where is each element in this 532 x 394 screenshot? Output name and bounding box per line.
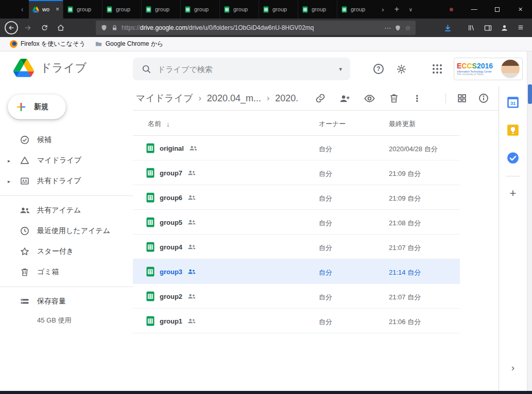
account-button[interactable] [496, 20, 512, 36]
apps-grid-icon [433, 64, 442, 74]
share-add-person-icon[interactable] [339, 93, 351, 104]
file-row[interactable]: original 自分 2020/04/28 自分 [133, 136, 460, 160]
shared-people-icon [187, 293, 196, 299]
settings-button[interactable] [390, 58, 413, 80]
account-badge[interactable]: ECCS2016 Information Technology Center T… [454, 58, 523, 80]
avatar[interactable] [501, 60, 520, 78]
preview-eye-icon[interactable] [364, 93, 375, 104]
bookmark-firefox[interactable]: Firefox を使いこなそう [5, 39, 90, 50]
search-icon[interactable] [141, 64, 151, 74]
folder-icon [95, 40, 102, 48]
add-addon-plus-icon[interactable]: + [510, 188, 517, 199]
tab-overflow-icon[interactable]: › [376, 0, 390, 19]
url-protocol: https:// [122, 24, 140, 31]
tracking-protection-shield-icon[interactable] [100, 24, 108, 31]
get-link-icon[interactable] [315, 93, 326, 104]
file-row-selected[interactable]: group3 自分 21:14 自分 [133, 259, 460, 284]
page-scrollbar[interactable] [527, 51, 532, 391]
browser-tab[interactable]: group [259, 0, 298, 19]
tab-scroll-left-icon[interactable]: ‹ [15, 5, 29, 13]
column-modified[interactable]: 最終更新 [389, 119, 416, 129]
tasks-icon[interactable] [506, 151, 520, 165]
minimize-button[interactable]: — [462, 0, 486, 19]
scrollbar-thumb[interactable] [528, 84, 532, 104]
help-button[interactable]: ? [367, 58, 390, 80]
file-row[interactable]: group7 自分 21:09 自分 [133, 160, 460, 185]
new-tab-button[interactable]: + [390, 0, 404, 19]
file-modified: 21:07 自分 [389, 293, 421, 302]
browser-tab[interactable]: group [298, 0, 337, 19]
bookmark-label: Firefox を使いこなそう [21, 40, 85, 48]
forward-button[interactable] [20, 20, 36, 36]
file-row[interactable]: group2 自分 21:07 自分 [133, 284, 460, 309]
tab-title: group [116, 6, 138, 12]
sidebar-item-recent[interactable]: 最近使用したアイテム [0, 221, 133, 241]
file-row[interactable]: group4 自分 21:07 自分 [133, 235, 460, 259]
tab-close-icon[interactable]: × [56, 6, 59, 13]
shared-people-icon [187, 244, 196, 250]
home-button[interactable] [53, 20, 69, 36]
panel-divider [506, 176, 520, 176]
downloads-button[interactable] [439, 20, 456, 36]
breadcrumb-my-drive[interactable]: マイドライブ [136, 92, 193, 104]
tab-title: group [233, 6, 255, 12]
search-input[interactable] [158, 65, 333, 74]
sheets-favicon [67, 6, 74, 13]
file-row[interactable]: group1 自分 21:06 自分 [133, 309, 460, 333]
sort-desc-icon[interactable]: ↓ [166, 120, 170, 128]
bookmark-star-icon[interactable]: ☆ [405, 24, 411, 32]
grid-view-icon[interactable] [456, 93, 468, 104]
url-bar[interactable]: https://drive.google.com/drive/u/0/folde… [96, 21, 416, 35]
sidebar-toggle-button[interactable] [479, 20, 496, 36]
tab-list-dropdown-icon[interactable]: ∨ [404, 0, 418, 19]
side-apps-panel: 31 + › [499, 86, 527, 391]
column-owner[interactable]: オーナー [319, 119, 346, 129]
browser-tab[interactable]: group [141, 0, 180, 19]
browser-tab-active[interactable]: wo × [29, 0, 63, 19]
search-box[interactable]: ▾ [133, 58, 350, 80]
column-name[interactable]: 名前↓ [148, 119, 170, 129]
browser-tab[interactable]: group [63, 0, 102, 19]
toolbar-divider [445, 93, 446, 103]
file-modified: 21:09 自分 [389, 169, 421, 178]
browser-tab[interactable]: group [219, 0, 259, 19]
maximize-button[interactable] [486, 0, 509, 19]
calendar-icon[interactable]: 31 [506, 96, 520, 109]
back-button[interactable] [3, 20, 20, 36]
expand-arrow-icon[interactable]: ▸ [8, 158, 19, 164]
new-button[interactable]: 新規 [8, 95, 66, 119]
sidebar-item-my-drive[interactable]: ▸ マイドライブ [0, 150, 133, 171]
sidebar-item-trash[interactable]: ゴミ箱 [0, 262, 133, 282]
sidebar-item-shared-drives[interactable]: ▸ 共有ドライブ [0, 171, 133, 191]
keep-icon[interactable] [506, 123, 520, 137]
window-close-button[interactable]: × [509, 0, 532, 19]
sidebar-item-starred[interactable]: スター付き [0, 241, 133, 262]
info-icon[interactable] [478, 93, 489, 104]
trash-icon[interactable] [388, 93, 400, 104]
browser-tab[interactable]: group [102, 0, 141, 19]
expand-arrow-icon[interactable]: ▸ [8, 178, 19, 184]
browser-tab[interactable]: group [337, 0, 376, 19]
page-actions-icon[interactable]: ⋯ [384, 24, 391, 32]
file-owner: 自分 [319, 145, 332, 154]
file-row[interactable]: group6 自分 21:09 自分 [133, 185, 460, 210]
sidebar-item-shared-with-me[interactable]: 共有アイテム [0, 200, 133, 221]
search-options-caret-icon[interactable]: ▾ [339, 66, 342, 73]
breadcrumb-current-folder[interactable]: 2020. [275, 93, 298, 104]
sidebar-item-storage[interactable]: 保存容量 [0, 291, 133, 312]
menu-hamburger-icon[interactable]: ≡ [512, 20, 529, 36]
more-actions-icon[interactable]: ⋮ [413, 93, 421, 104]
drive-logo-home[interactable]: ドライブ [13, 59, 87, 77]
sidebar-item-priority[interactable]: 候補 [0, 130, 133, 150]
permissions-shield-icon[interactable] [394, 25, 401, 31]
library-button[interactable] [463, 20, 479, 36]
panel-collapse-chevron-icon[interactable]: › [511, 362, 514, 373]
bookmark-folder-chrome[interactable]: Google Chrome から [90, 39, 168, 50]
file-modified: 21:06 自分 [389, 317, 421, 327]
browser-tab[interactable]: group [180, 0, 219, 19]
reload-button[interactable] [36, 20, 53, 36]
file-row[interactable]: group5 自分 21:08 自分 [133, 210, 460, 235]
lock-icon[interactable] [111, 25, 118, 31]
breadcrumb-folder[interactable]: 2020.04_m... [207, 93, 261, 104]
google-apps-button[interactable] [426, 58, 449, 80]
